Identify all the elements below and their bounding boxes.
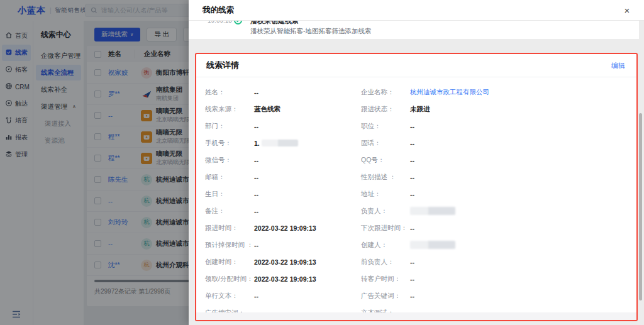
field-value: -- [410,275,414,283]
field-value: -- [254,123,258,130]
field-label: 微信号： [205,156,254,165]
field-cell-right: QQ号：-- [361,156,636,165]
field-label: 单行文本： [205,292,254,300]
field-value: -- [410,258,414,266]
field-value: 2022-03-22 19:09:13 [254,275,316,283]
field-row: 微信号：--QQ号：-- [196,151,636,168]
field-value: -- [254,241,258,249]
lead-timeline-card: 19:09:13 潘枝荣创建线索 潘枝荣从智能拓客-地图拓客筛选添加线索 [189,21,639,39]
field-value: 2022-03-22 19:09:13 [254,258,316,266]
field-row: 部门：--职位：-- [196,118,636,135]
field-cell-left: 微信号：-- [196,156,361,165]
field-cell-left: 跟进时间：2022-03-22 19:09:13 [196,224,361,233]
field-value: -- [410,123,414,130]
field-value: -- [410,174,414,181]
field-row: 预计掉保时间 ：--创建人： [196,236,636,253]
field-row: 线索来源：蓝色线索跟进状态：未跟进 [196,101,636,118]
field-value: -- [410,157,414,164]
field-value [410,241,455,249]
field-label: 地址： [361,190,410,199]
field-value: 未跟进 [410,105,430,114]
field-cell-right: 创建人： [361,241,636,250]
field-cell-left: 生日：-- [196,190,361,199]
edit-button[interactable]: 编辑 [611,61,625,70]
field-value: 2022-03-22 19:09:13 [254,224,316,232]
field-value: -- [410,224,414,232]
field-value: 蓝色线索 [254,105,280,114]
field-label: 负责人： [361,207,410,216]
field-value: -- [254,89,258,96]
drawer-header: 我的线索 × [189,0,644,21]
drawer-title: 我的线索 [189,5,234,16]
field-row: 生日：--地址：-- [196,185,636,202]
field-label: 固话： [361,139,410,148]
field-row: 邮箱：--性别描述 ：-- [196,168,636,185]
field-cell-right: 企业名称：杭州迪诚市政工程有限公司 [361,88,636,97]
field-cell-left: 姓名：-- [196,88,361,97]
field-cell-left: 手机号：1. [196,139,361,148]
detail-title: 线索详情 [206,60,239,71]
field-label: 下次跟进时间： [361,224,410,233]
my-leads-drawer: 我的线索 × 19:09:13 潘枝荣创建线索 潘枝荣从智能拓客-地图拓客筛选添… [189,0,644,325]
field-cell-right: 前负责人：-- [361,258,636,267]
field-label: 创建人： [361,241,410,250]
lead-detail-card: 线索详情 编辑 姓名：--企业名称：杭州迪诚市政工程有限公司线索来源：蓝色线索跟… [195,53,638,321]
field-label: 预计掉保时间 ： [205,241,254,250]
field-cell-right: 广告关键词：-- [361,292,636,300]
field-label: 转客户时间： [361,275,410,284]
field-row: 姓名：--企业名称：杭州迪诚市政工程有限公司 [196,84,636,101]
field-cell-left: 预计掉保时间 ：-- [196,241,361,250]
field-label: 部门： [205,122,254,131]
field-label: 前负责人： [361,258,410,267]
field-row: 备注：--负责人： [196,202,636,219]
field-label: 姓名： [205,88,254,97]
field-label: 广告关键词： [361,292,410,300]
field-value [410,207,455,215]
redacted-value [410,207,455,215]
timeline-title: 潘枝荣创建线索 [250,21,299,26]
field-label: 跟进时间： [205,224,254,233]
field-label: 性别描述 ： [361,173,410,182]
redacted-value [410,241,455,249]
field-cell-right: 跟进状态：未跟进 [361,105,636,114]
close-icon[interactable]: × [621,4,633,16]
phone-prefix: 1. [254,140,260,147]
field-cell-left: 创建时间：2022-03-22 19:09:13 [196,258,361,267]
vertical-scrollbar[interactable] [639,113,642,300]
field-value[interactable]: 杭州迪诚市政工程有限公司 [410,88,489,97]
app-window: 小蓝本 | 智能销售线索云 请输入公司/人名/产品等 首页线索拓客CRM触达培育… [0,0,644,325]
field-cell-right: 下次跟进时间：-- [361,224,636,233]
field-value: -- [254,174,258,181]
field-row: 手机号：1.固话：-- [196,135,636,151]
field-label: 创建时间： [205,258,254,267]
field-cell-right: 负责人： [361,207,636,216]
field-value: 1. [254,140,298,147]
field-cell-left: 单行文本：-- [196,292,361,300]
field-label: QQ号： [361,156,410,165]
field-cell-left: 部门：-- [196,122,361,131]
field-label: 企业名称： [361,88,410,97]
field-cell-left: 邮箱：-- [196,173,361,182]
field-row: 领取/分配时间：2022-03-22 19:09:13转客户时间：-- [196,270,636,287]
field-value: -- [254,207,258,215]
field-cell-right: 性别描述 ：-- [361,173,636,182]
field-cell-left: 领取/分配时间：2022-03-22 19:09:13 [196,275,361,284]
field-cell-left: 备注：-- [196,207,361,216]
field-value: -- [254,157,258,164]
field-cell-right: 地址：-- [361,190,636,199]
timeline-description: 潘枝荣从智能拓客-地图拓客筛选添加线索 [250,27,372,36]
field-row: 跟进时间：2022-03-22 19:09:13下次跟进时间：-- [196,219,636,236]
check-circle-icon [234,21,242,25]
field-cell-right: 固话：-- [361,139,636,148]
field-label: 职位： [361,122,410,131]
field-value: -- [254,190,258,198]
field-label: 线索来源： [205,105,254,114]
field-cell-left: 线索来源：蓝色线索 [196,105,361,114]
field-cell-right: 转客户时间：-- [361,275,636,284]
field-value: -- [410,292,414,300]
field-label: 邮箱： [205,173,254,182]
field-label: 手机号： [205,139,254,148]
field-cell-right: 职位：-- [361,122,636,131]
blurred-phone [262,140,298,146]
field-label: 备注： [205,207,254,216]
